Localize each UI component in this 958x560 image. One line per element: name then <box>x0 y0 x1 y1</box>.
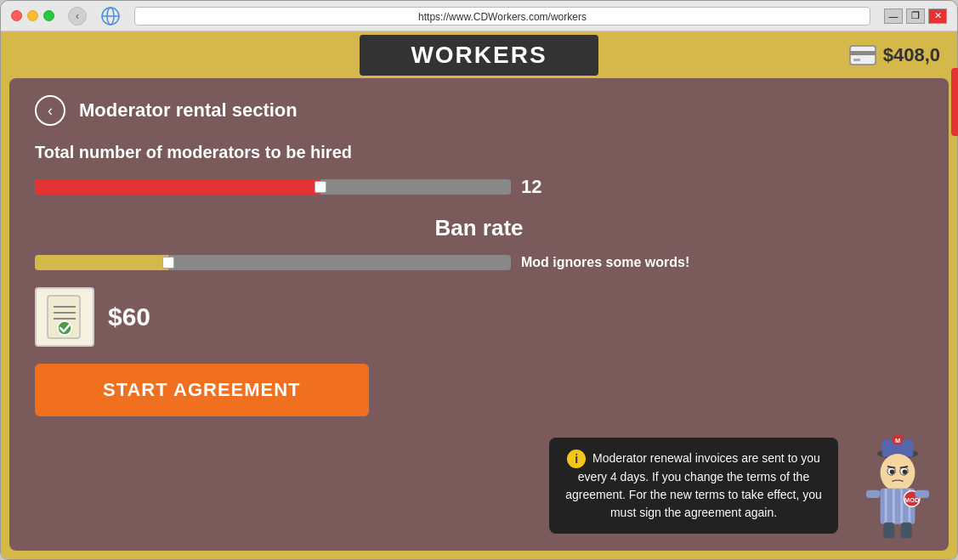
maximize-button[interactable] <box>43 10 54 21</box>
invoice-row: $60 <box>35 287 923 347</box>
invoice-amount: $60 <box>108 303 150 331</box>
svg-rect-32 <box>901 523 912 539</box>
workers-title: WORKERS <box>411 42 547 68</box>
mod-count-value: 12 <box>521 176 555 198</box>
slider-fill-red <box>35 179 320 195</box>
ban-rate-slider-row: Mod ignores some words! <box>35 255 923 270</box>
win-restore[interactable]: ❐ <box>906 8 925 24</box>
ban-rate-label: Ban rate <box>35 215 923 241</box>
svg-rect-5 <box>853 59 860 61</box>
slider-fill-gold <box>35 255 168 270</box>
svg-rect-30 <box>915 490 929 498</box>
address-bar[interactable]: https://www.CDWorkers.com/workers <box>134 7 870 25</box>
section-title: Moderator rental section <box>79 99 298 122</box>
moderator-svg: M <box>855 432 940 542</box>
tooltip-info-icon: i <box>567 450 586 468</box>
ban-rate-slider[interactable] <box>35 255 511 270</box>
svg-text:M: M <box>895 437 900 444</box>
ban-slider-note: Mod ignores some words! <box>521 255 689 270</box>
section-header: ‹ Moderator rental section <box>35 95 923 126</box>
titlebar: ‹ https://www.CDWorkers.com/workers — ❐ … <box>1 1 957 31</box>
section-back-button[interactable]: ‹ <box>35 95 65 126</box>
workers-title-box: WORKERS <box>360 35 598 76</box>
slider-thumb-red <box>315 181 326 193</box>
main-panel: ‹ Moderator rental section Total number … <box>9 78 949 551</box>
tooltip-box: i Moderator renewal invoices are sent to… <box>549 438 838 534</box>
win-close[interactable]: ✕ <box>928 8 947 24</box>
top-bar: WORKERS $408,0 <box>1 31 957 78</box>
svg-point-15 <box>881 454 915 492</box>
mod-count-slider-row: 12 <box>35 176 923 198</box>
back-nav-button[interactable]: ‹ <box>68 7 87 25</box>
balance-display: $408,0 <box>883 44 940 66</box>
start-agreement-button[interactable]: START AGREEMENT <box>35 364 369 416</box>
balance-area: $408,0 <box>849 44 940 66</box>
svg-rect-4 <box>850 51 876 55</box>
svg-rect-31 <box>883 523 894 539</box>
slider-thumb-gold <box>162 257 174 269</box>
browser-content: WORKERS $408,0 ‹ Moderator rental sectio… <box>1 31 957 559</box>
card-icon <box>849 45 876 65</box>
svg-point-19 <box>903 470 908 475</box>
svg-point-18 <box>890 470 895 475</box>
browser-window: ‹ https://www.CDWorkers.com/workers — ❐ … <box>0 0 958 560</box>
globe-icon <box>100 6 121 26</box>
minimize-button[interactable] <box>27 10 38 21</box>
traffic-lights <box>11 10 54 21</box>
tooltip-text: Moderator renewal invoices are sent to y… <box>565 451 822 519</box>
svg-rect-29 <box>866 490 881 498</box>
mod-count-slider[interactable] <box>35 179 511 195</box>
invoice-icon <box>35 287 94 347</box>
window-controls: — ❐ ✕ <box>884 8 947 24</box>
side-accent <box>951 68 958 136</box>
close-button[interactable] <box>11 10 22 21</box>
invoice-svg <box>43 294 86 341</box>
win-minimize[interactable]: — <box>884 8 903 24</box>
mod-count-label: Total number of moderators to be hired <box>35 143 923 162</box>
mod-character: M <box>855 432 940 542</box>
